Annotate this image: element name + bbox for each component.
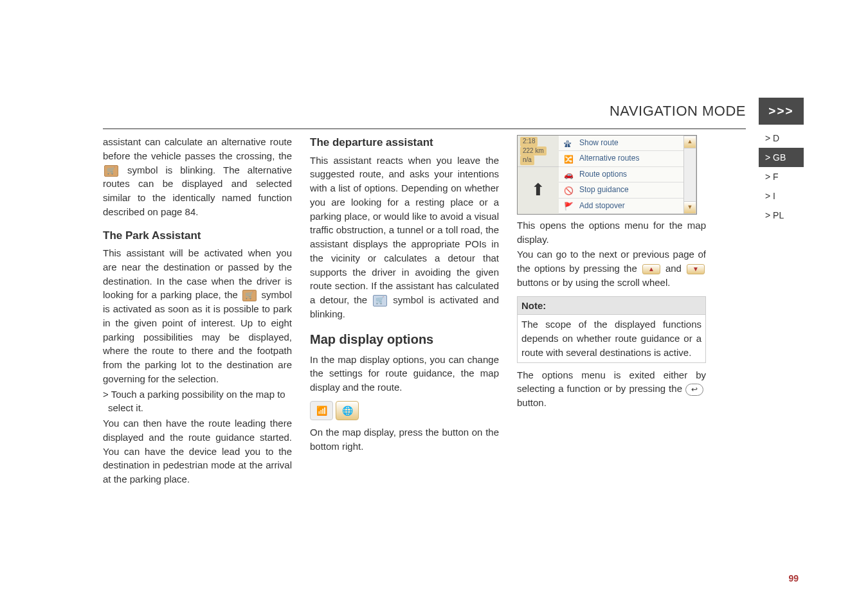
alternative-route-icon <box>104 165 118 177</box>
col1-para-1: assistant can calculate an alternative r… <box>103 135 292 219</box>
parking-icon <box>242 290 257 301</box>
header-rule <box>103 129 746 129</box>
back-button-icon[interactable]: ↩ <box>685 384 703 396</box>
note-body: The scope of the displayed functions dep… <box>517 315 706 362</box>
col2-p1a: This assistant reacts when you leave the… <box>310 155 499 306</box>
add-stopover-icon: 🚩 <box>564 201 574 210</box>
map-options-button[interactable]: 🌐 <box>336 401 359 420</box>
heading-map-display-options: Map display options <box>310 330 499 349</box>
option-label: Stop guidance <box>579 184 629 195</box>
scroll-track[interactable] <box>683 148 696 201</box>
sound-battery-icon: 📶 <box>310 401 333 420</box>
route-icon: 🛣 <box>564 139 574 148</box>
lang-tab-i[interactable]: > I <box>759 186 804 206</box>
options-list: 🛣Show route 🔀Alternative routes 🚗Route o… <box>559 136 683 214</box>
content-columns: assistant can calculate an alternative r… <box>103 135 804 488</box>
options-menu-screenshot: 2:18 222 km n/a ⬆ 🛣Show route 🔀Alternati… <box>517 135 697 215</box>
page-header: NAVIGATION MODE >>> <box>610 98 804 125</box>
option-stop-guidance[interactable]: 🚫Stop guidance <box>559 182 683 198</box>
col3-para-3: The options menu is exited either by sel… <box>517 368 706 410</box>
col3-p3b: button. <box>517 397 547 408</box>
lang-tab-d[interactable]: > D <box>759 129 804 148</box>
lang-tab-gb[interactable]: > GB <box>759 148 804 167</box>
col2-para-1: This assistant reacts when you leave the… <box>310 154 499 321</box>
col3-p3a: The options menu is exited either by sel… <box>517 369 706 395</box>
scroll-down-icon[interactable]: ▼ <box>683 201 696 214</box>
column-1: assistant can calculate an alternative r… <box>103 135 292 488</box>
manual-page: NAVIGATION MODE >>> > D > GB > F > I > P… <box>0 0 868 613</box>
col1-para-2: This assistant will be activated when yo… <box>103 246 292 386</box>
remaining-distance: 222 km <box>520 147 547 156</box>
col3-para-1: This opens the options menu for the map … <box>517 218 706 247</box>
option-label: Alternative routes <box>579 153 639 164</box>
option-route-options[interactable]: 🚗Route options <box>559 167 683 182</box>
menu-status: 2:18 222 km n/a <box>518 136 559 167</box>
col3-para-2: You can go to the next or previous page … <box>517 247 706 289</box>
menu-right-panel: 🛣Show route 🔀Alternative routes 🚗Route o… <box>559 136 696 214</box>
option-label: Route options <box>579 169 627 180</box>
lang-tab-f[interactable]: > F <box>759 167 804 186</box>
detour-icon <box>373 295 387 306</box>
col3-p2c: buttons or by using the scroll wheel. <box>517 277 670 288</box>
col1-list-item: > Touch a parking possibility on the map… <box>103 387 292 416</box>
page-title: NAVIGATION MODE <box>610 103 759 120</box>
alt-routes-icon: 🔀 <box>564 154 574 163</box>
direction-arrow-icon: ⬆ <box>518 167 559 214</box>
col2-para-2: In the map display options, you can chan… <box>310 353 499 395</box>
stop-guidance-icon: 🚫 <box>564 186 574 195</box>
option-show-route[interactable]: 🛣Show route <box>559 136 683 151</box>
na-value: n/a <box>520 155 534 165</box>
option-label: Add stopover <box>579 200 625 211</box>
chevron-icon: >>> <box>759 98 804 125</box>
col1-para-3: You can then have the route leading ther… <box>103 416 292 486</box>
option-add-stopover[interactable]: 🚩Add stopover <box>559 199 683 214</box>
col2-para-3: On the map display, press the button on … <box>310 425 499 454</box>
column-3: 2:18 222 km n/a ⬆ 🛣Show route 🔀Alternati… <box>517 135 706 488</box>
map-options-button-illustration: 📶 🌐 <box>310 401 359 420</box>
scroll-up-icon[interactable]: ▲ <box>683 136 696 148</box>
page-down-icon[interactable]: ▼ <box>687 264 705 274</box>
heading-departure-assistant: The departure assistant <box>310 135 499 151</box>
option-alternative-routes[interactable]: 🔀Alternative routes <box>559 151 683 166</box>
note-heading: Note: <box>517 296 706 315</box>
language-tabs: > D > GB > F > I > PL <box>759 129 804 225</box>
page-number: 99 <box>788 573 799 583</box>
col3-p2b: and <box>662 263 685 274</box>
options-scrollbar[interactable]: ▲ ▼ <box>683 136 696 214</box>
lang-tab-pl[interactable]: > PL <box>759 206 804 225</box>
eta-time: 2:18 <box>520 137 538 147</box>
heading-park-assistant: The Park Assistant <box>103 228 292 244</box>
col1-p1b: symbol is blinking. The alternative rout… <box>103 164 292 217</box>
option-label: Show route <box>579 138 619 148</box>
col1-p2b: symbol is activated as soon as it is pos… <box>103 289 292 384</box>
route-options-icon: 🚗 <box>564 170 574 179</box>
page-up-icon[interactable]: ▲ <box>642 264 660 274</box>
col1-p1a: assistant can calculate an alternative r… <box>103 136 292 161</box>
column-2: The departure assistant This assistant r… <box>310 135 499 488</box>
menu-left-panel: 2:18 222 km n/a ⬆ <box>518 136 559 214</box>
